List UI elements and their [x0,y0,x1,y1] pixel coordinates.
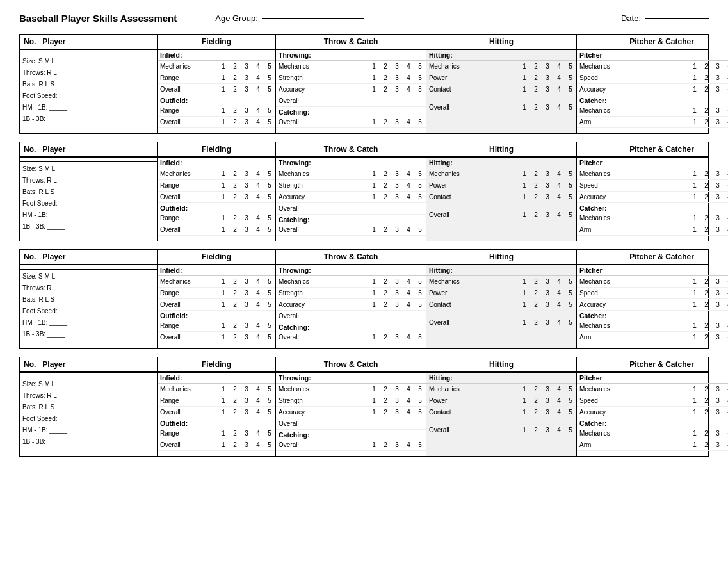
rating-label: Accuracy [579,193,692,200]
rating-1: 1 [692,63,698,70]
rating-row: Contact 12345 [426,407,576,418]
rating-label: Overall [160,409,220,416]
hm-1b-info: HM - 1B: _____ [22,425,154,436]
rating-3: 3 [544,63,551,70]
rating-1: 1 [521,182,528,189]
rating-1: 1 [692,226,698,233]
rating-2: 2 [533,193,539,200]
rating-4: 4 [255,226,261,233]
rating-numbers: 12345 [521,409,574,416]
throwing-label: Throwing: [276,158,426,168]
rating-row: Overall 12345 [276,224,426,236]
rating-row: Strength 12345 [276,288,426,299]
rating-row: Speed 12345 [577,288,728,299]
rating-label: Mechanics [160,170,220,177]
rating-numbers: 12345 [692,118,728,126]
rating-numbers: 12345 [692,226,728,233]
rating-label: Mechanics [429,63,521,70]
rating-numbers: 12345 [692,334,728,341]
rating-3: 3 [715,215,721,222]
rating-2: 2 [382,334,389,341]
rating-2: 2 [533,319,539,326]
rating-label: Range [160,397,220,404]
rating-3: 3 [715,118,721,126]
col-header-fielding: Fielding [158,357,276,371]
rating-2: 2 [232,334,238,341]
rating-4: 4 [405,118,412,126]
rating-3: 3 [394,226,400,233]
rating-2: 2 [703,63,709,70]
rating-1: 1 [521,319,528,326]
date-label: Date: [621,13,641,23]
rating-1: 1 [521,301,528,308]
rating-2: 2 [703,226,709,233]
age-group-label: Age Group: [215,13,258,23]
rating-1: 1 [521,74,528,81]
rating-2: 2 [533,104,539,111]
rating-label: Mechanics [579,170,692,177]
rating-2: 2 [703,278,709,285]
rating-numbers: 12345 [220,322,273,329]
rating-3: 3 [715,193,721,200]
rating-2: 2 [232,226,238,233]
rating-3: 3 [715,63,721,70]
rating-row: Mechanics 12345 [577,105,728,117]
rating-row: Arm 12345 [577,117,728,128]
rating-2: 2 [533,290,539,297]
rating-numbers: 12345 [692,215,728,222]
rating-5: 5 [567,182,574,189]
rating-1: 1 [521,290,528,297]
player-name-cell [42,50,157,54]
rating-1: 1 [692,215,698,222]
rating-label: Overall [279,118,371,126]
throw-catch-col: Throwing: Mechanics 12345 Strength 12345… [276,373,426,456]
no-player-col: Size: S M L Throws: R L Bats: R L S Foot… [20,50,158,133]
rating-1: 1 [220,107,227,114]
col-header-throw-catch: Throw & Catch [276,35,426,49]
rating-3: 3 [243,334,250,341]
rating-numbers: 12345 [521,170,574,177]
infield-label: Infield: [158,373,275,384]
rating-5: 5 [417,170,423,177]
pitcher-catcher-col: Pitcher Mechanics 12345 Speed 12345 Accu… [577,373,728,456]
rating-label: Accuracy [579,409,692,416]
rating-numbers: 12345 [371,193,423,200]
rating-row: Strength 12345 [276,180,426,192]
rating-1: 1 [220,430,227,437]
col-header-fielding: Fielding [158,250,276,264]
rating-1: 1 [220,290,227,297]
rating-label: Accuracy [279,409,371,416]
rating-row: Accuracy 12345 [276,407,426,418]
rating-4: 4 [255,430,261,437]
rating-numbers: 12345 [692,301,728,308]
rating-4: 4 [405,170,412,177]
rating-2: 2 [703,86,709,93]
rating-2: 2 [232,74,238,81]
rating-2: 2 [703,441,709,448]
rating-label: Mechanics [579,386,692,393]
rating-2: 2 [232,430,238,437]
rating-2: 2 [533,278,539,285]
rating-row: Range 12345 [158,105,275,117]
rating-numbers: 12345 [521,104,574,111]
player-info: Size: S M L Throws: R L Bats: R L S Foot… [20,162,157,234]
rating-numbers: 12345 [692,278,728,285]
rating-3: 3 [544,397,551,404]
rating-numbers: 12345 [371,86,423,93]
rating-2: 2 [232,322,238,329]
rating-3: 3 [544,170,551,177]
rating-row: Overall 12345 [158,117,275,128]
rating-2: 2 [232,107,238,114]
rating-5: 5 [417,182,423,189]
rating-1: 1 [220,215,227,222]
rating-row: Mechanics 12345 [577,61,728,72]
rating-label: Arm [579,441,692,448]
size-info: Size: S M L [22,56,154,67]
rating-numbers: 12345 [220,215,273,222]
rating-4: 4 [255,322,261,329]
rating-numbers: 12345 [692,107,728,114]
rating-4: 4 [405,63,412,70]
rating-2: 2 [382,290,389,297]
rating-5: 5 [266,430,273,437]
rating-3: 3 [243,386,250,393]
